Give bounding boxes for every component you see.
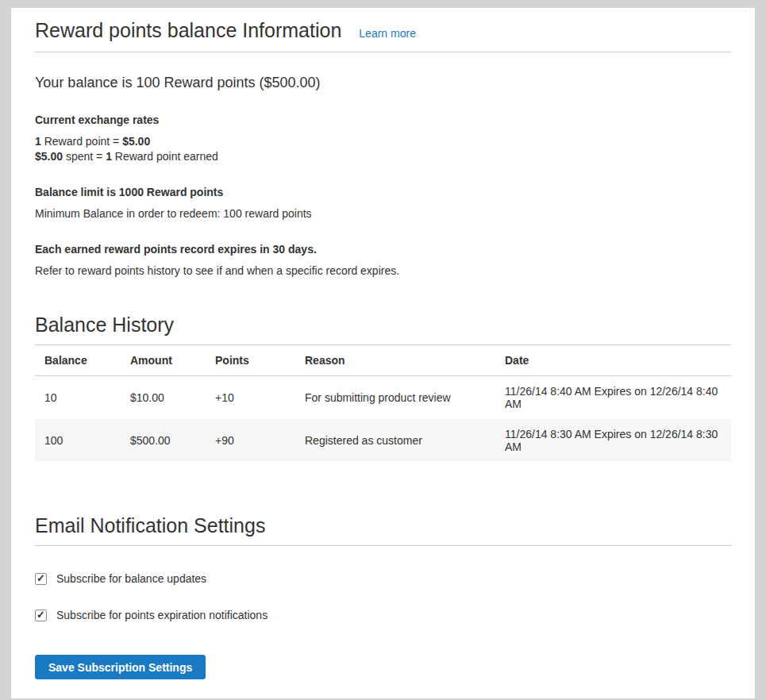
subscribe-expiration-notifications-checkbox[interactable] xyxy=(35,610,47,621)
table-header-row: Balance Amount Points Reason Date xyxy=(35,345,731,376)
checkbox-label: Subscribe for points expiration notifica… xyxy=(56,609,268,621)
cell-points: +10 xyxy=(206,376,295,420)
learn-more-link[interactable]: Learn more xyxy=(359,27,416,40)
cell-balance: 10 xyxy=(35,376,121,420)
column-header-amount: Amount xyxy=(121,345,206,376)
table-row: 10 $10.00 +10 For submitting product rev… xyxy=(35,376,731,420)
balance-history-table: Balance Amount Points Reason Date 10 $10… xyxy=(35,344,731,462)
cell-date: 11/26/14 8:40 AM Expires on 12/26/14 8:4… xyxy=(495,376,731,420)
min-balance-text: Minimum Balance in order to redeem: 100 … xyxy=(35,206,731,221)
reward-points-card: Reward points balance InformationLearn m… xyxy=(11,8,755,698)
exchange-rate-line-2: $5.00 spent = 1 Reward point earned xyxy=(35,150,218,163)
cell-points: +90 xyxy=(206,419,295,462)
email-settings-heading: Email Notification Settings xyxy=(35,514,731,546)
column-header-reason: Reason xyxy=(295,345,495,376)
column-header-date: Date xyxy=(495,345,731,376)
checkbox-label: Subscribe for balance updates xyxy=(56,572,206,585)
balance-history-heading: Balance History xyxy=(35,313,731,344)
page-header: Reward points balance InformationLearn m… xyxy=(35,19,731,52)
expiry-note-text: Refer to reward points history to see if… xyxy=(35,263,731,279)
cell-reason: For submitting product review xyxy=(295,376,495,420)
subscribe-balance-updates-checkbox[interactable] xyxy=(35,573,47,585)
exchange-rate-line-1: 1 Reward point = $5.00 xyxy=(35,135,150,148)
column-header-points: Points xyxy=(206,345,295,376)
subscribe-expiration-notifications-option[interactable]: Subscribe for points expiration notifica… xyxy=(35,609,731,621)
cell-date: 11/26/14 8:30 AM Expires on 12/26/14 8:3… xyxy=(495,419,731,462)
cell-reason: Registered as customer xyxy=(295,419,495,462)
balance-summary: Your balance is 100 Reward points ($500.… xyxy=(35,75,731,91)
cell-amount: $10.00 xyxy=(121,376,206,420)
exchange-rates-heading: Current exchange rates xyxy=(35,113,731,126)
cell-amount: $500.00 xyxy=(121,419,206,462)
expiry-heading: Each earned reward points record expires… xyxy=(35,243,731,256)
column-header-balance: Balance xyxy=(35,345,121,376)
page-title: Reward points balance Information xyxy=(35,19,341,41)
balance-limit-heading: Balance limit is 1000 Reward points xyxy=(35,186,731,198)
save-subscription-settings-button[interactable]: Save Subscription Settings xyxy=(35,655,206,679)
exchange-rates-lines: 1 Reward point = $5.00 $5.00 spent = 1 R… xyxy=(35,134,731,164)
cell-balance: 100 xyxy=(35,419,121,462)
table-row: 100 $500.00 +90 Registered as customer 1… xyxy=(35,419,731,462)
subscribe-balance-updates-option[interactable]: Subscribe for balance updates xyxy=(35,572,731,585)
